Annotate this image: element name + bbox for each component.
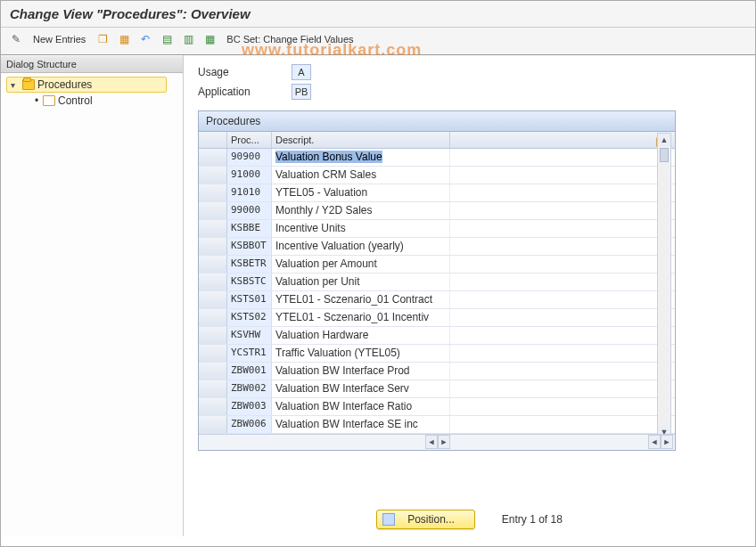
table-row[interactable]: KSBSTCValuation per Unit: [199, 274, 675, 291]
row-selector[interactable]: [199, 220, 227, 237]
cell-proc[interactable]: KSBBOT: [227, 238, 272, 255]
cell-proc[interactable]: YCSTR1: [227, 345, 272, 362]
table-row[interactable]: KSTS01YTEL01 - Sczenario_01 Contract: [199, 291, 675, 309]
application-label: Application: [198, 86, 292, 98]
table-row[interactable]: KSBBOTIncentive Valuation (yearly): [199, 238, 675, 256]
scroll-right-icon[interactable]: ►: [438, 435, 450, 449]
row-selector[interactable]: [199, 238, 227, 255]
row-selector[interactable]: [199, 345, 227, 362]
table-row[interactable]: ZBW002Valuation BW Interface Serv: [199, 380, 675, 398]
scroll-up-icon[interactable]: ▲: [658, 134, 670, 146]
bc-set-button[interactable]: BC Set: Change Field Values: [226, 34, 353, 45]
select-all-icon[interactable]: ▤: [159, 31, 175, 47]
cell-desc[interactable]: Incentive Valuation (yearly): [272, 238, 450, 255]
table-row[interactable]: KSBBEIncentive Units: [199, 220, 675, 238]
cell-proc[interactable]: KSVHW: [227, 327, 272, 344]
row-selector[interactable]: [199, 149, 227, 166]
cell-desc[interactable]: Valuation per Unit: [272, 274, 450, 290]
cell-desc[interactable]: Incentive Units: [272, 220, 450, 237]
cell-desc[interactable]: Valuation per Amount: [272, 256, 450, 273]
position-button[interactable]: Position...: [376, 510, 475, 529]
cell-desc[interactable]: Valuation BW Interface Prod: [272, 363, 450, 380]
cell-desc[interactable]: Valuation BW Interface Ratio: [272, 398, 450, 415]
tree-node-procedures[interactable]: ▾ Procedures: [6, 77, 167, 93]
scroll-left-icon[interactable]: ◄: [425, 435, 438, 449]
footer: Position... Entry 1 of 18: [184, 510, 755, 529]
cell-desc[interactable]: Valuation Bonus Value: [272, 149, 450, 166]
vertical-scrollbar[interactable]: ▲ ▼: [657, 133, 671, 439]
copy-icon[interactable]: ❐: [94, 31, 111, 47]
row-selector[interactable]: [199, 167, 227, 184]
row-selector[interactable]: [199, 256, 227, 273]
cell-proc[interactable]: ZBW006: [227, 416, 272, 433]
cell-proc[interactable]: 91010: [227, 184, 272, 201]
table-row[interactable]: YCSTR1Traffic Valuation (YTEL05): [199, 345, 675, 363]
pencil-icon[interactable]: ✎: [8, 31, 24, 47]
horizontal-scrollbar[interactable]: ◄ ► ◄ ►: [199, 434, 675, 450]
cell-proc[interactable]: 91000: [227, 167, 272, 184]
folder-icon: [43, 95, 55, 106]
row-selector[interactable]: [199, 202, 227, 219]
entry-counter: Entry 1 of 18: [502, 513, 563, 526]
cell-proc[interactable]: ZBW003: [227, 398, 272, 415]
table-row[interactable]: KSBETRValuation per Amount: [199, 256, 675, 274]
sidebar-header: Dialog Structure: [1, 55, 183, 73]
cell-desc[interactable]: YTEL05 - Valuation: [272, 184, 450, 201]
table-row[interactable]: 99000Monthly / Y2D Sales: [199, 202, 675, 220]
application-value: PB: [292, 84, 311, 100]
table-row[interactable]: ZBW001Valuation BW Interface Prod: [199, 363, 675, 380]
table-row[interactable]: ZBW003Valuation BW Interface Ratio: [199, 398, 675, 416]
new-entries-button[interactable]: New Entries: [33, 34, 86, 45]
cell-desc[interactable]: Traffic Valuation (YTEL05): [272, 345, 450, 362]
cell-desc[interactable]: YTEL01 - Sczenario_01 Incentiv: [272, 309, 450, 326]
row-selector[interactable]: [199, 363, 227, 380]
table-row[interactable]: 90900Valuation Bonus Value: [199, 149, 675, 167]
procedures-grid: Procedures Proc... Descript. ▦ 90900Valu…: [198, 110, 676, 451]
col-proc-header[interactable]: Proc...: [227, 132, 272, 148]
cell-proc[interactable]: KSBBE: [227, 220, 272, 237]
cell-desc[interactable]: Valuation Hardware: [272, 327, 450, 344]
row-selector[interactable]: [199, 327, 227, 344]
cell-desc[interactable]: YTEL01 - Sczenario_01 Contract: [272, 291, 450, 308]
cell-proc[interactable]: ZBW001: [227, 363, 272, 380]
cell-proc[interactable]: 90900: [227, 149, 272, 166]
scroll-thumb[interactable]: [660, 148, 669, 162]
cell-proc[interactable]: KSTS01: [227, 291, 272, 308]
table-row[interactable]: 91000Valuation CRM Sales: [199, 167, 675, 184]
row-selector[interactable]: [199, 274, 227, 290]
undo-icon[interactable]: ↶: [137, 31, 153, 47]
grid-title: Procedures: [199, 111, 675, 132]
table-row[interactable]: ZBW006Valuation BW Interface SE inc: [199, 416, 675, 434]
col-desc-header[interactable]: Descript.: [272, 132, 450, 148]
folder-open-icon: [22, 79, 35, 90]
scroll-right2-icon[interactable]: ►: [661, 435, 673, 449]
table-row[interactable]: KSTS02YTEL01 - Sczenario_01 Incentiv: [199, 309, 675, 327]
row-selector[interactable]: [199, 184, 227, 201]
cell-proc[interactable]: KSTS02: [227, 309, 272, 326]
table-row[interactable]: 91010YTEL05 - Valuation: [199, 184, 675, 202]
cell-proc[interactable]: ZBW002: [227, 380, 272, 397]
row-selector[interactable]: [199, 398, 227, 415]
grid-corner[interactable]: [199, 132, 227, 148]
save-icon[interactable]: ▦: [116, 31, 132, 47]
row-selector[interactable]: [199, 380, 227, 397]
table-row[interactable]: KSVHWValuation Hardware: [199, 327, 675, 345]
titlebar: Change View "Procedures": Overview: [1, 1, 755, 28]
cell-desc[interactable]: Monthly / Y2D Sales: [272, 202, 450, 219]
cell-proc[interactable]: 99000: [227, 202, 272, 219]
row-selector[interactable]: [199, 309, 227, 326]
tree-node-control[interactable]: • Control: [31, 93, 183, 109]
cell-proc[interactable]: KSBSTC: [227, 274, 272, 290]
cell-desc[interactable]: Valuation CRM Sales: [272, 167, 450, 184]
row-selector[interactable]: [199, 291, 227, 308]
cell-proc[interactable]: KSBETR: [227, 256, 272, 273]
deselect-icon[interactable]: ▥: [180, 31, 196, 47]
cell-desc[interactable]: Valuation BW Interface Serv: [272, 380, 450, 397]
dialog-tree: ▾ Procedures • Control: [1, 73, 183, 109]
content-area: Usage A Application PB Procedures Proc..…: [184, 55, 755, 536]
collapse-icon[interactable]: ▾: [11, 80, 20, 90]
row-selector[interactable]: [199, 416, 227, 433]
cell-desc[interactable]: Valuation BW Interface SE inc: [272, 416, 450, 433]
export-icon[interactable]: ▦: [201, 31, 218, 47]
scroll-left2-icon[interactable]: ◄: [648, 435, 661, 449]
